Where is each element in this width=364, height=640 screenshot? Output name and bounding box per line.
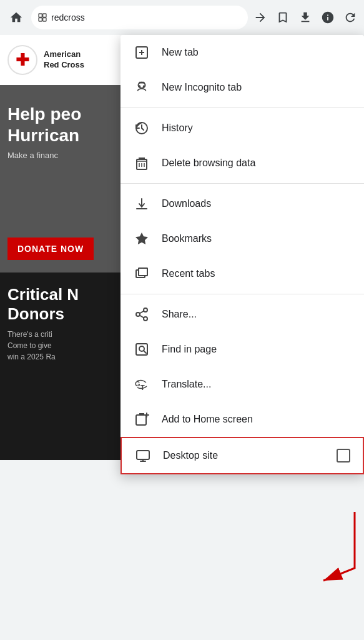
bookmarks-icon [133, 230, 150, 248]
home-button[interactable] [6, 8, 26, 28]
bookmark-button[interactable] [275, 10, 290, 25]
dark-title-line1: Critical N [7, 285, 79, 304]
svg-point-23 [144, 308, 147, 312]
dark-sub-line3: win a 2025 Ra [7, 352, 56, 361]
downloads-label: Downloads [162, 198, 211, 209]
history-icon [133, 119, 150, 137]
cross-symbol: ✚ [16, 52, 29, 68]
menu-item-recent-tabs[interactable]: Recent tabs [121, 256, 364, 291]
recent-tabs-icon [133, 265, 150, 282]
svg-rect-36 [137, 451, 149, 459]
find-label: Find in page [162, 344, 217, 355]
menu-item-delete-data[interactable]: Delete browsing data [121, 146, 364, 181]
share-label: Share... [162, 309, 197, 320]
refresh-button[interactable] [343, 10, 358, 25]
menu-item-history[interactable]: History [121, 111, 364, 146]
svg-rect-33 [136, 415, 146, 425]
desktop-site-left: Desktop site [134, 447, 218, 464]
forward-button[interactable] [253, 10, 268, 25]
dark-sub-line2: Come to give [7, 341, 52, 350]
background-page: ✚ American Red Cross Help peo Hurrican M… [0, 35, 125, 640]
add-home-label: Add to Home screen [162, 414, 253, 425]
new-tab-label: New tab [162, 47, 199, 58]
context-menu: New tab New Incognito tab History [121, 35, 364, 474]
dark-section: Critical N Donors There's a criti Come t… [0, 272, 125, 460]
svg-marker-19 [135, 232, 148, 244]
svg-point-9 [143, 85, 145, 88]
menu-item-bookmarks[interactable]: Bookmarks [121, 221, 364, 256]
svg-point-25 [144, 317, 147, 321]
menu-item-incognito[interactable]: New Incognito tab [121, 70, 364, 105]
downloads-icon [133, 195, 150, 212]
new-tab-icon [133, 44, 150, 61]
desktop-site-checkbox[interactable] [337, 449, 350, 462]
download-button[interactable] [298, 10, 313, 25]
arrow-annotation [305, 506, 361, 587]
desktop-site-label: Desktop site [163, 450, 218, 461]
svg-rect-21 [139, 268, 147, 276]
svg-rect-2 [39, 18, 42, 21]
dark-sub-line1: There's a criti [7, 330, 52, 339]
svg-point-8 [138, 85, 140, 88]
translate-icon: G T [133, 376, 150, 393]
browser-actions [253, 10, 358, 25]
hero-title: Help peo Hurrican [7, 104, 117, 146]
svg-rect-1 [43, 14, 46, 17]
svg-line-30 [144, 351, 146, 353]
hero-line2: Hurrican [7, 126, 79, 145]
svg-rect-3 [43, 18, 46, 21]
add-home-icon [133, 411, 150, 428]
menu-item-new-tab[interactable]: New tab [121, 35, 364, 70]
donate-button[interactable]: DONATE NOW [7, 238, 94, 260]
redcross-logo: ✚ [7, 45, 37, 75]
hero-section: Help peo Hurrican Make a financ DONATE N… [0, 85, 125, 272]
bookmarks-label: Bookmarks [162, 233, 212, 244]
svg-rect-0 [39, 14, 42, 17]
org-name-line2: Red Cross [44, 60, 84, 69]
delete-data-label: Delete browsing data [162, 158, 255, 169]
browser-bar: redcross [0, 0, 364, 35]
incognito-icon [133, 79, 150, 96]
menu-item-find[interactable]: Find in page [121, 332, 364, 367]
menu-item-downloads[interactable]: Downloads [121, 186, 364, 221]
share-icon [133, 306, 150, 323]
svg-rect-10 [139, 82, 144, 84]
hero-subtitle: Make a financ [7, 151, 117, 160]
divider-2 [121, 183, 364, 184]
hero-line1: Help peo [7, 104, 81, 124]
dark-title-line2: Donors [7, 304, 64, 323]
menu-item-desktop-site[interactable]: Desktop site [121, 437, 364, 474]
info-button[interactable] [320, 10, 335, 25]
org-name: American Red Cross [44, 49, 84, 71]
org-name-line1: American [44, 49, 81, 59]
divider-1 [121, 108, 364, 108]
url-text: redcross [51, 12, 85, 22]
menu-item-add-home[interactable]: Add to Home screen [121, 402, 364, 437]
incognito-label: New Incognito tab [162, 82, 242, 93]
find-icon [133, 341, 150, 358]
recent-tabs-label: Recent tabs [162, 268, 215, 279]
menu-item-translate[interactable]: G T Translate... [121, 367, 364, 402]
translate-label: Translate... [162, 379, 211, 390]
dark-title: Critical N Donors [7, 285, 117, 324]
svg-line-27 [140, 311, 144, 314]
history-label: History [162, 122, 193, 134]
dark-subtitle: There's a criti Come to give win a 2025 … [7, 329, 117, 362]
svg-line-26 [140, 316, 144, 318]
address-bar[interactable]: redcross [31, 6, 248, 29]
delete-data-icon [133, 154, 150, 172]
svg-point-24 [136, 312, 140, 316]
desktop-site-icon [134, 447, 152, 464]
menu-item-share[interactable]: Share... [121, 297, 364, 332]
redcross-header: ✚ American Red Cross [0, 35, 125, 85]
divider-3 [121, 294, 364, 294]
tabs-icon [37, 12, 47, 22]
